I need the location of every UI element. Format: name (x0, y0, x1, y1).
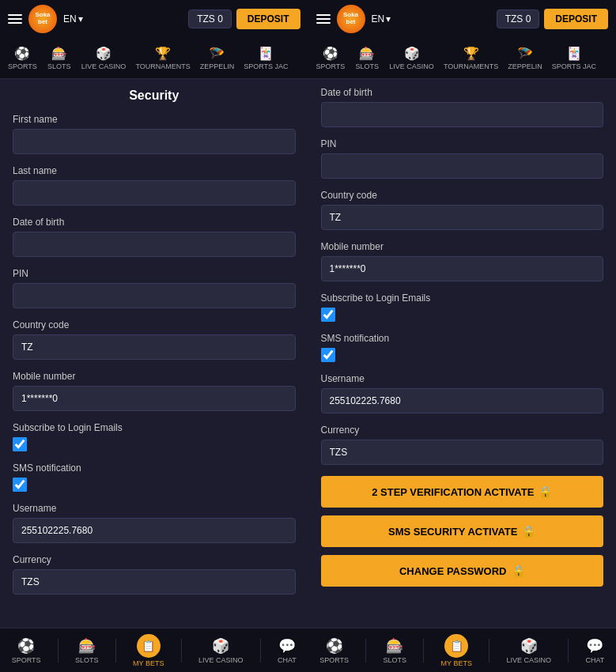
sms-toggle-row (13, 478, 296, 492)
right-currency-group: Currency (321, 425, 604, 465)
mobile-input[interactable] (13, 386, 296, 411)
currency-label: Currency (13, 554, 296, 565)
nav-slots[interactable]: 🎰 SLOTS (42, 44, 77, 72)
lock-icon-1: 🔒 (539, 485, 552, 498)
nav-tournaments[interactable]: 🏆 TOURNAMENTS (130, 44, 195, 72)
right-bottom-live-casino-icon: 🎲 (520, 637, 538, 655)
right-mobile-input[interactable] (321, 256, 604, 281)
right-bottom-slots[interactable]: 🎰 SLOTS (377, 634, 414, 667)
right-slots-icon: 🎰 (359, 46, 375, 61)
nav-slots-label: SLOTS (47, 62, 71, 70)
subscribe-toggle[interactable] (13, 437, 27, 451)
language-selector[interactable]: EN ▾ (63, 13, 83, 25)
right-language-selector[interactable]: EN ▾ (372, 13, 391, 25)
pin-input[interactable] (13, 283, 296, 308)
live-casino-icon: 🎲 (96, 46, 111, 61)
bottom-live-casino-icon: 🎲 (212, 637, 229, 655)
country-code-label: Country code (13, 319, 296, 330)
left-header: Sokabet EN ▾ TZS 0 DEPOSIT (0, 0, 308, 38)
hamburger-menu[interactable] (8, 14, 22, 24)
deposit-button[interactable]: DEPOSIT (236, 9, 300, 29)
right-sms-toggle[interactable] (321, 348, 335, 362)
right-sms-notification-group: SMS notification (321, 333, 604, 362)
lock-icon-3: 🔒 (512, 564, 525, 577)
change-password-button[interactable]: CHANGE PASSWORD 🔒 (321, 555, 604, 587)
dob-label: Date of birth (13, 217, 296, 228)
right-dob-group: Date of birth (321, 87, 604, 127)
right-header-right: TZS 0 DEPOSIT (497, 9, 608, 29)
right-deposit-button[interactable]: DEPOSIT (544, 9, 608, 29)
right-header: Sokabet EN ▾ TZS 0 DEPOSIT (308, 0, 617, 38)
last-name-label: Last name (13, 165, 296, 176)
right-subscribe-group: Subscribe to Login Emails (321, 293, 604, 322)
country-code-group: Country code (13, 319, 296, 360)
right-country-code-input[interactable] (321, 205, 604, 230)
username-input[interactable] (13, 518, 296, 543)
right-divider-2 (423, 639, 424, 663)
mobile-label: Mobile number (13, 371, 296, 382)
pin-group: PIN (13, 268, 296, 308)
right-pin-label: PIN (321, 138, 604, 149)
right-bottom-my-bets[interactable]: 📋 MY BETS (435, 631, 478, 670)
bottom-chat[interactable]: 💬 CHAT (271, 634, 303, 667)
left-bottom-nav: ⚽ SPORTS 🎰 SLOTS 📋 MY BETS 🎲 LIVE CASINO (0, 628, 308, 672)
right-bottom-my-bets-icon: 📋 (444, 634, 468, 658)
lock-icon-2: 🔒 (522, 525, 535, 538)
right-nav-sports[interactable]: ⚽ SPORTS (312, 44, 350, 72)
country-code-input[interactable] (13, 334, 296, 360)
subscribe-label: Subscribe to Login Emails (13, 422, 296, 433)
right-dob-input[interactable] (321, 102, 604, 127)
nav-zeppelin[interactable]: 🪂 ZEPPELIN (195, 44, 240, 72)
nav-sports-jack[interactable]: 🃏 SPORTS JAC (239, 44, 293, 72)
divider-2 (115, 639, 116, 663)
right-logo: Sokabet (337, 5, 365, 33)
currency-group: Currency (13, 554, 296, 595)
right-nav-zeppelin[interactable]: 🪂 ZEPPELIN (503, 44, 547, 72)
right-hamburger-menu[interactable] (316, 14, 331, 24)
right-currency-input[interactable] (321, 440, 604, 465)
sports-jack-icon: 🃏 (258, 46, 274, 61)
right-bottom-live-casino[interactable]: 🎲 LIVE CASINO (500, 634, 557, 667)
right-nav-live-casino[interactable]: 🎲 LIVE CASINO (384, 44, 439, 72)
first-name-label: First name (13, 114, 296, 125)
right-sports-icon: ⚽ (323, 46, 338, 61)
right-mobile-group: Mobile number (321, 241, 604, 281)
right-nav-slots[interactable]: 🎰 SLOTS (350, 44, 384, 72)
right-username-label: Username (321, 373, 604, 384)
sms-security-label: SMS SECURITY ACTIVATE (388, 526, 517, 538)
two-step-verification-button[interactable]: 2 STEP VERIFICATION ACTIVATE 🔒 (321, 476, 604, 508)
sms-security-button[interactable]: SMS SECURITY ACTIVATE 🔒 (321, 515, 604, 547)
right-pin-group: PIN (321, 138, 604, 179)
right-nav-sports-jack[interactable]: 🃏 SPORTS JAC (547, 44, 601, 72)
right-bottom-sports-icon: ⚽ (326, 637, 343, 655)
right-username-input[interactable] (321, 388, 604, 413)
sms-toggle[interactable] (13, 478, 27, 492)
bottom-sports[interactable]: ⚽ SPORTS (6, 634, 47, 667)
bottom-slots[interactable]: 🎰 SLOTS (69, 634, 105, 667)
last-name-input[interactable] (13, 180, 296, 206)
left-header-left: Sokabet EN ▾ (8, 5, 83, 33)
bottom-my-bets[interactable]: 📋 MY BETS (127, 631, 170, 670)
first-name-input[interactable] (13, 129, 296, 154)
right-balance-display: TZS 0 (497, 9, 540, 28)
mobile-group: Mobile number (13, 371, 296, 411)
right-header-left: Sokabet EN ▾ (316, 5, 391, 33)
right-bottom-slots-label: SLOTS (384, 656, 407, 664)
currency-input[interactable] (13, 569, 296, 595)
right-bottom-sports[interactable]: ⚽ SPORTS (313, 634, 355, 667)
bottom-live-casino[interactable]: 🎲 LIVE CASINO (192, 634, 250, 667)
username-label: Username (13, 503, 296, 514)
nav-sports[interactable]: ⚽ SPORTS (3, 44, 42, 72)
right-pin-input[interactable] (321, 153, 604, 179)
right-bottom-slots-icon: 🎰 (386, 637, 403, 655)
bottom-slots-icon: 🎰 (78, 637, 96, 655)
right-subscribe-toggle[interactable] (321, 308, 335, 322)
right-nav-tournaments[interactable]: 🏆 TOURNAMENTS (439, 44, 503, 72)
dob-input[interactable] (13, 232, 296, 257)
right-nav-tournaments-label: TOURNAMENTS (444, 62, 498, 70)
right-bottom-my-bets-label: MY BETS (441, 659, 472, 667)
nav-live-casino[interactable]: 🎲 LIVE CASINO (77, 44, 131, 72)
left-content: Security First name Last name Date of bi… (0, 79, 308, 628)
right-bottom-chat[interactable]: 💬 CHAT (580, 634, 611, 667)
left-nav-bar: ⚽ SPORTS 🎰 SLOTS 🎲 LIVE CASINO 🏆 TOURNAM… (0, 38, 308, 79)
